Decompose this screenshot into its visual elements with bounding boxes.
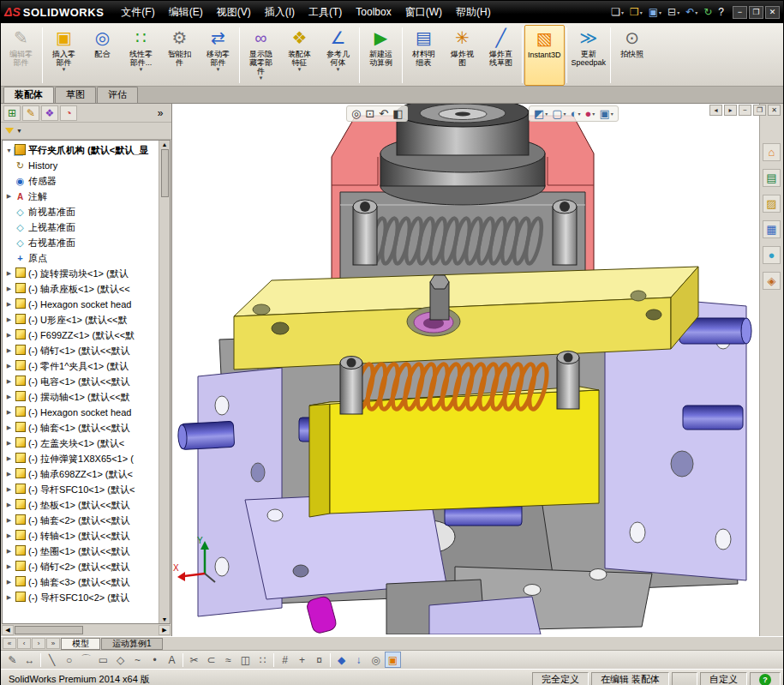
restore-doc-button[interactable]: ❐	[753, 105, 766, 116]
ribbon-smart-fasteners-button[interactable]: 智能扣 件	[160, 25, 199, 86]
ribbon-move-component-button[interactable]: 移动零 部件▼	[199, 25, 237, 86]
scroll-right-icon[interactable]: ▶	[159, 625, 171, 635]
display-style-button[interactable]: ▢▾	[552, 107, 566, 120]
tree-item-8[interactable]: ▶(-) 轴承座板<1> (默认<<	[4, 281, 159, 297]
expand-arrow-icon[interactable]: ▶	[4, 363, 14, 370]
apply-scene-button[interactable]: ▣▾	[599, 107, 613, 120]
zoom-area-button[interactable]: ⊡	[365, 107, 374, 120]
display-manager-tab[interactable]: ◔	[60, 105, 77, 121]
next-tab-arrow[interactable]: ›	[32, 638, 45, 649]
save-document-button[interactable]: ▣▾	[647, 5, 663, 19]
expand-arrow-icon[interactable]: ▶	[4, 285, 14, 292]
tree-item-3[interactable]: ▶前视基准面	[4, 204, 159, 219]
tree-item-19[interactable]: ▶(-) 拉伸弹簧1X8X65<1> (	[4, 451, 159, 466]
hscroll-thumb[interactable]	[15, 626, 83, 634]
view-orientation-button[interactable]: ◩▾	[534, 107, 548, 120]
menu-item-7[interactable]: 帮助(H)	[449, 3, 498, 22]
model-tab-0[interactable]: 模型	[61, 638, 100, 650]
expand-arrow-icon[interactable]: ▶	[4, 409, 14, 416]
tree-item-12[interactable]: ▶(-) 销钉<1> (默认<<默认	[4, 343, 159, 358]
repair-button[interactable]: +	[294, 652, 310, 668]
task-home-icon[interactable]: ⌂	[763, 143, 781, 161]
expand-arrow-icon[interactable]: ▶	[4, 378, 14, 385]
expand-arrow-icon[interactable]: ▶	[4, 332, 14, 339]
panel-overflow-button[interactable]: »	[152, 105, 169, 121]
command-tab-0[interactable]: 装配体	[3, 87, 54, 103]
ribbon-motion-study-button[interactable]: 新建运 动算例	[362, 25, 400, 86]
tree-filter-row[interactable]: ▼	[1, 123, 171, 140]
expand-arrow-icon[interactable]: ▶	[4, 193, 14, 200]
configuration-tab[interactable]: ❖	[41, 105, 58, 121]
graphics-area[interactable]: Y X ◎⊡↶◧ ◩▾▢▾◐▾●▾▣▾	[172, 104, 759, 636]
expand-arrow-icon[interactable]: ▼	[4, 147, 14, 153]
expand-arrow-icon[interactable]: ▶	[4, 440, 14, 447]
status-custom[interactable]: 自定义	[700, 672, 747, 685]
appearances-icon[interactable]: ●	[763, 246, 781, 264]
help-button[interactable]: ?	[716, 5, 726, 19]
edit-appearance-button[interactable]: ●▾	[585, 107, 595, 120]
convert-button[interactable]: ⊂	[203, 652, 219, 668]
expand-arrow-icon[interactable]: ▶	[4, 579, 14, 586]
expand-arrow-icon[interactable]: ▶	[4, 394, 14, 400]
mirror-button[interactable]: ◫	[237, 652, 254, 668]
sketch-button[interactable]: ✎	[4, 652, 21, 668]
expand-arrow-icon[interactable]: ▶	[4, 347, 14, 354]
scroll-thumb[interactable]	[161, 149, 169, 197]
tree-item-5[interactable]: ▶右视基准面	[4, 235, 159, 250]
rectangle-button[interactable]: ▭	[95, 652, 111, 668]
expand-arrow-icon[interactable]: ▶	[4, 316, 14, 323]
first-tab-arrow[interactable]: «	[3, 638, 16, 649]
smart-dimension-button[interactable]: ↔	[21, 652, 38, 668]
tree-root[interactable]: ▼平行夹爪机构 (默认<默认_显	[4, 142, 159, 158]
menu-item-4[interactable]: 工具(T)	[302, 3, 349, 22]
expand-arrow-icon[interactable]: ▶	[4, 594, 14, 601]
iso-view-button[interactable]: ◆	[333, 652, 350, 668]
tree-item-15[interactable]: ▶(-) 摆动轴<1> (默认<<默	[4, 389, 159, 405]
arc-button[interactable]: ⌒	[78, 652, 94, 668]
tree-item-21[interactable]: ▶(-) 导杆SFC10<1> (默认<	[4, 482, 159, 497]
menu-item-0[interactable]: 文件(F)	[114, 3, 161, 22]
close-button[interactable]: ✕	[765, 6, 780, 19]
tree-item-20[interactable]: ▶(-) 轴承698ZZ<1> (默认<	[4, 466, 159, 482]
design-library-icon[interactable]: ▤	[763, 169, 781, 187]
expand-arrow-icon[interactable]: ▶	[4, 455, 14, 462]
expand-arrow-icon[interactable]: ▶	[4, 270, 14, 277]
previous-tab-arrow[interactable]: ‹	[17, 638, 31, 649]
scroll-left-icon[interactable]: ◀	[2, 625, 14, 635]
scroll-down-icon[interactable]: ▼	[162, 616, 168, 622]
trim-button[interactable]: ✂	[186, 652, 202, 668]
ribbon-show-hidden-button[interactable]: 显示隐 藏零部 件▼	[242, 25, 280, 86]
tree-item-27[interactable]: ▶(-) 轴套<3> (默认<<默认	[4, 574, 159, 590]
ribbon-reference-geometry-button[interactable]: 参考几 何体▼	[319, 25, 357, 86]
last-tab-arrow[interactable]: »	[46, 638, 60, 649]
hide-show-items-button[interactable]: ◐▾	[571, 107, 581, 120]
tree-item-1[interactable]: ▶传感器	[4, 173, 159, 189]
expand-arrow-icon[interactable]: ▶	[4, 502, 14, 508]
property-tab[interactable]: ✎	[22, 105, 39, 121]
expand-arrow-icon[interactable]: ▶	[4, 563, 14, 570]
circle-button[interactable]: ○	[61, 652, 77, 668]
expand-arrow-icon[interactable]: ▶	[4, 471, 14, 478]
minimize-button[interactable]: −	[733, 6, 747, 19]
text-tool-button[interactable]: A	[164, 652, 180, 668]
view-palette-icon[interactable]: ▦	[763, 220, 781, 238]
menu-item-1[interactable]: 编辑(E)	[162, 3, 210, 22]
status-help-cell[interactable]: ?	[750, 672, 781, 685]
ribbon-insert-component-button[interactable]: 插入零 部件▼	[45, 25, 83, 86]
zoom-fit-button[interactable]: ◎	[351, 107, 361, 120]
menu-item-5[interactable]: Toolbox	[349, 3, 398, 21]
command-tab-2[interactable]: 评估	[97, 87, 138, 103]
tree-item-10[interactable]: ▶(-) U形座<1> (默认<<默	[4, 312, 159, 327]
ribbon-exploded-view-button[interactable]: 爆炸视 图	[443, 25, 482, 86]
model-tab-1[interactable]: 运动算例1	[101, 638, 163, 650]
tree-item-7[interactable]: ▶(-) 旋转摆动块<1> (默认	[4, 266, 159, 281]
ribbon-snapshot-button[interactable]: 拍快照	[613, 25, 651, 86]
ribbon-speedpak-button[interactable]: 更新 Speedpak	[569, 25, 609, 86]
ribbon-explode-sketch-button[interactable]: 爆炸直 线草图	[482, 25, 520, 86]
menu-item-6[interactable]: 窗口(W)	[398, 3, 449, 22]
zoom-tool-button[interactable]: ◎	[368, 652, 384, 668]
expand-arrow-icon[interactable]: ▶	[4, 517, 14, 524]
tree-item-26[interactable]: ▶(-) 销钉<2> (默认<<默认	[4, 559, 159, 574]
tree-item-6[interactable]: ▶原点	[4, 250, 159, 266]
tree-item-0[interactable]: ▶History	[4, 158, 159, 173]
